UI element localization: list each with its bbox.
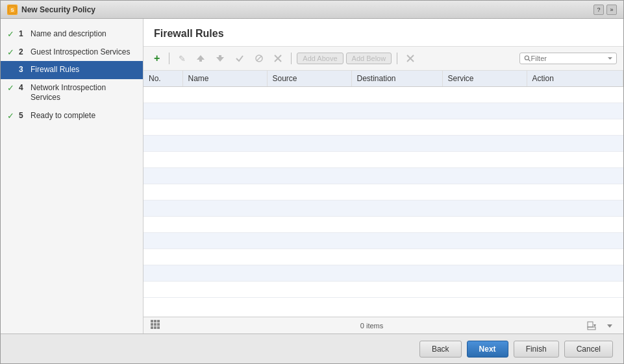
table-cell bbox=[267, 200, 351, 217]
table-row[interactable] bbox=[144, 282, 623, 298]
table-cell bbox=[182, 87, 267, 103]
dialog-icon: S bbox=[7, 5, 18, 15]
table-cell bbox=[527, 152, 623, 168]
table-row[interactable] bbox=[144, 249, 623, 265]
table-cell bbox=[182, 265, 267, 282]
filter-search-icon bbox=[524, 55, 530, 62]
delete-rule-button-2[interactable] bbox=[403, 53, 418, 64]
table-cell bbox=[351, 282, 442, 298]
table-header-row: No. Name Source Destination Service Acti… bbox=[144, 71, 623, 87]
separator-1 bbox=[169, 53, 169, 64]
svg-rect-18 bbox=[151, 323, 153, 326]
col-header-source: Source bbox=[267, 71, 351, 87]
table-cell bbox=[351, 136, 442, 152]
table-cell bbox=[442, 249, 527, 265]
svg-rect-24 bbox=[588, 327, 595, 330]
check-icon-2: ✓ bbox=[7, 47, 16, 57]
svg-rect-21 bbox=[151, 326, 153, 329]
edit-rule-button[interactable]: ✎ bbox=[175, 52, 190, 66]
svg-rect-15 bbox=[151, 320, 153, 322]
back-button[interactable]: Back bbox=[419, 341, 462, 358]
col-header-destination: Destination bbox=[351, 71, 442, 87]
next-button[interactable]: Next bbox=[467, 341, 508, 358]
grid-icon bbox=[150, 319, 160, 330]
step-num-4: 4 bbox=[19, 83, 28, 92]
table-row[interactable] bbox=[144, 87, 623, 103]
table-cell bbox=[182, 136, 267, 152]
finish-button[interactable]: Finish bbox=[514, 341, 559, 358]
check-icon-1: ✓ bbox=[7, 29, 16, 39]
table-cell bbox=[351, 103, 442, 119]
table-cell bbox=[527, 119, 623, 136]
table-cell bbox=[182, 249, 267, 265]
add-rule-button[interactable]: + bbox=[150, 51, 164, 66]
table-row[interactable] bbox=[144, 152, 623, 168]
table-cell bbox=[144, 184, 182, 200]
filter-input[interactable] bbox=[530, 55, 608, 62]
svg-text:S: S bbox=[10, 7, 14, 13]
table-cell bbox=[442, 152, 527, 168]
svg-rect-19 bbox=[154, 323, 156, 326]
table-row[interactable] bbox=[144, 119, 623, 136]
table-cell bbox=[144, 103, 182, 119]
table-cell bbox=[182, 282, 267, 298]
toolbar: + ✎ Add Above bbox=[144, 47, 623, 71]
expand-button[interactable]: » bbox=[606, 5, 617, 15]
dialog: S New Security Policy ? » ✓ 1 Name and d… bbox=[0, 0, 624, 364]
table-row[interactable] bbox=[144, 200, 623, 217]
sidebar-item-guest-introspection[interactable]: ✓ 2 Guest Introspection Services bbox=[1, 43, 143, 62]
export-button[interactable] bbox=[583, 319, 600, 332]
table-row[interactable] bbox=[144, 168, 623, 184]
table-cell bbox=[527, 265, 623, 282]
table-cell bbox=[182, 103, 267, 119]
svg-rect-20 bbox=[157, 323, 160, 326]
sidebar-item-firewall-rules[interactable]: 3 Firewall Rules bbox=[1, 61, 143, 79]
approve-button[interactable] bbox=[231, 52, 248, 65]
sidebar-item-name-desc[interactable]: ✓ 1 Name and description bbox=[1, 25, 143, 43]
table-cell bbox=[144, 200, 182, 217]
table-cell bbox=[144, 249, 182, 265]
help-button[interactable]: ? bbox=[593, 5, 604, 15]
table-cell bbox=[267, 152, 351, 168]
dropdown-button[interactable] bbox=[603, 319, 617, 332]
sidebar-item-ready-to-complete[interactable]: ✓ 5 Ready to complete bbox=[1, 107, 143, 125]
table-row[interactable] bbox=[144, 217, 623, 233]
table-row[interactable] bbox=[144, 233, 623, 249]
col-header-action: Action bbox=[527, 71, 623, 87]
move-up-button[interactable] bbox=[192, 52, 209, 65]
move-down-button[interactable] bbox=[212, 52, 229, 65]
table-cell bbox=[527, 168, 623, 184]
table-cell bbox=[527, 136, 623, 152]
block-button[interactable] bbox=[251, 52, 268, 65]
table-row[interactable] bbox=[144, 136, 623, 152]
content-title: Firewall Rules bbox=[144, 19, 623, 47]
cancel-button[interactable]: Cancel bbox=[564, 341, 613, 358]
table-row[interactable] bbox=[144, 184, 623, 200]
table-cell bbox=[267, 265, 351, 282]
add-below-button[interactable]: Add Below bbox=[346, 53, 392, 64]
approve-icon bbox=[235, 54, 244, 63]
svg-rect-17 bbox=[157, 320, 160, 322]
col-header-service: Service bbox=[442, 71, 527, 87]
svg-rect-25 bbox=[588, 322, 593, 327]
table-cell bbox=[442, 233, 527, 249]
filter-box[interactable] bbox=[519, 53, 617, 64]
svg-rect-22 bbox=[154, 326, 156, 329]
table-cell bbox=[182, 152, 267, 168]
col-header-name: Name bbox=[182, 71, 267, 87]
sidebar-item-network-introspection[interactable]: ✓ 4 Network Introspection Services bbox=[1, 79, 143, 107]
delete-rule-button[interactable] bbox=[270, 53, 286, 64]
table-row[interactable] bbox=[144, 103, 623, 119]
svg-line-13 bbox=[529, 60, 530, 62]
main-content: ✓ 1 Name and description ✓ 2 Guest Intro… bbox=[1, 19, 623, 334]
add-above-button[interactable]: Add Above bbox=[297, 53, 343, 64]
table-row[interactable] bbox=[144, 265, 623, 282]
table-cell bbox=[267, 87, 351, 103]
table-area: No. Name Source Destination Service Acti… bbox=[144, 71, 623, 317]
move-down-icon bbox=[216, 54, 225, 63]
table-cell bbox=[144, 282, 182, 298]
table-cell bbox=[267, 119, 351, 136]
separator-2 bbox=[291, 53, 292, 64]
table-cell bbox=[351, 233, 442, 249]
footer: Back Next Finish Cancel bbox=[1, 334, 623, 363]
